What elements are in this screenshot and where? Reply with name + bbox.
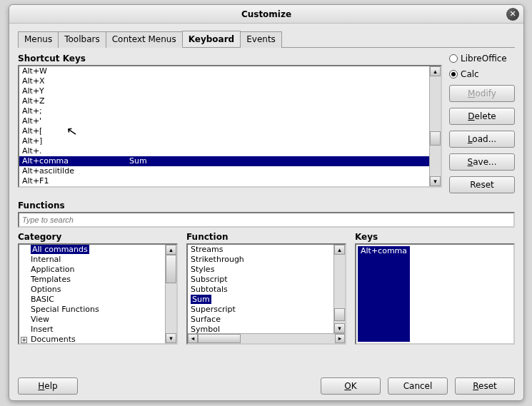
shortcut-row[interactable]: Alt+Z bbox=[19, 96, 429, 106]
category-label-text: All commands bbox=[31, 245, 89, 254]
function-label-text: Styles bbox=[191, 265, 214, 274]
scroll-down-icon[interactable]: ▾ bbox=[334, 323, 345, 333]
shortcut-key: Alt+[ bbox=[22, 126, 129, 136]
shortcut-row[interactable]: Alt+asciitilde bbox=[19, 166, 429, 176]
modify-button[interactable]: Modify bbox=[449, 85, 515, 102]
scroll-right-icon[interactable]: ▸ bbox=[335, 334, 345, 343]
keys-label: Keys bbox=[355, 232, 515, 242]
category-item[interactable]: +Documents bbox=[19, 335, 165, 343]
tab-bar: Menus Toolbars Context Menus Keyboard Ev… bbox=[18, 31, 515, 48]
function-item[interactable]: Superscript bbox=[188, 305, 333, 315]
scroll-thumb[interactable] bbox=[430, 131, 441, 146]
category-item[interactable]: View bbox=[19, 315, 165, 325]
category-item[interactable]: Application bbox=[19, 265, 165, 275]
shortcut-key: Alt+W bbox=[22, 66, 129, 76]
scroll-thumb[interactable] bbox=[166, 255, 176, 283]
category-item[interactable]: Options bbox=[19, 285, 165, 295]
function-label-text: Surface bbox=[191, 315, 221, 324]
function-label-text: Strikethrough bbox=[191, 255, 244, 264]
customize-dialog: Customize ✕ Menus Toolbars Context Menus… bbox=[9, 4, 524, 401]
scroll-down-icon[interactable]: ▾ bbox=[166, 333, 176, 343]
reset-button[interactable]: Reset bbox=[449, 176, 515, 193]
function-item[interactable]: Surface bbox=[188, 315, 333, 325]
ok-button[interactable]: OK bbox=[321, 377, 381, 395]
function-item[interactable]: Streams bbox=[188, 245, 333, 255]
search-input[interactable] bbox=[18, 212, 515, 228]
scope-calc-radio[interactable]: Calc bbox=[449, 69, 515, 79]
tab-keyboard[interactable]: Keyboard bbox=[182, 31, 241, 47]
function-label-text: Superscript bbox=[191, 305, 236, 314]
shortcut-key: Alt+X bbox=[22, 76, 129, 86]
tab-context-menus[interactable]: Context Menus bbox=[106, 31, 183, 48]
category-item[interactable]: BASIC bbox=[19, 295, 165, 305]
tab-menus[interactable]: Menus bbox=[18, 31, 59, 48]
scroll-thumb[interactable] bbox=[198, 334, 241, 343]
shortcut-key: Alt+] bbox=[22, 136, 129, 146]
function-item[interactable]: Sum bbox=[188, 295, 333, 305]
cancel-button[interactable]: Cancel bbox=[388, 377, 448, 395]
shortcut-row[interactable]: Alt+commaSum bbox=[19, 156, 429, 166]
scroll-up-icon[interactable]: ▴ bbox=[166, 245, 176, 255]
footer-reset-button[interactable]: Reset bbox=[455, 377, 515, 395]
radio-icon bbox=[449, 70, 458, 78]
scope-libreoffice-radio[interactable]: LibreOffice bbox=[449, 54, 515, 64]
function-scrollbar[interactable]: ▴ ▾ bbox=[333, 245, 345, 333]
shortcut-row[interactable]: Alt+X bbox=[19, 76, 429, 86]
shortcut-row[interactable]: Alt+[ bbox=[19, 126, 429, 136]
function-item[interactable]: Subscript bbox=[188, 275, 333, 285]
scroll-down-icon[interactable]: ▾ bbox=[430, 176, 441, 186]
tab-toolbars[interactable]: Toolbars bbox=[58, 31, 106, 48]
category-label-text: Special Functions bbox=[31, 305, 99, 314]
shortcut-key: Alt+' bbox=[22, 116, 129, 126]
scope-calc-label: Calc bbox=[461, 69, 479, 79]
function-hscrollbar[interactable]: ◂ ▸ bbox=[188, 333, 345, 343]
function-label-text: Symbol bbox=[191, 325, 220, 333]
category-label-text: Internal bbox=[31, 255, 61, 264]
scroll-up-icon[interactable]: ▴ bbox=[430, 66, 441, 76]
dialog-content: Menus Toolbars Context Menus Keyboard Ev… bbox=[9, 24, 523, 400]
close-icon[interactable]: ✕ bbox=[506, 8, 519, 21]
scroll-up-icon[interactable]: ▴ bbox=[334, 245, 345, 255]
category-item[interactable]: Templates bbox=[19, 275, 165, 285]
expand-icon[interactable]: + bbox=[21, 337, 27, 343]
function-col-label: Function bbox=[186, 232, 346, 242]
tab-events[interactable]: Events bbox=[240, 31, 282, 48]
category-item[interactable]: Internal bbox=[19, 255, 165, 265]
shortcut-keys-list[interactable]: Alt+WAlt+XAlt+YAlt+ZAlt+;Alt+'Alt+[Alt+]… bbox=[18, 65, 442, 188]
function-list[interactable]: StreamsStrikethroughStylesSubscriptSubto… bbox=[186, 243, 346, 345]
shortcut-row[interactable]: Alt+W bbox=[19, 66, 429, 76]
delete-button[interactable]: Delete bbox=[449, 108, 515, 125]
function-item[interactable]: Strikethrough bbox=[188, 255, 333, 265]
shortcut-row[interactable]: Alt+. bbox=[19, 146, 429, 156]
function-label-text: Subscript bbox=[191, 275, 228, 284]
shortcut-command: Sum bbox=[129, 156, 147, 166]
scope-libreoffice-label: LibreOffice bbox=[461, 54, 507, 64]
category-list[interactable]: All commandsInternalApplicationTemplates… bbox=[18, 243, 178, 345]
help-button[interactable]: Help bbox=[18, 377, 78, 395]
radio-icon bbox=[449, 54, 458, 63]
shortcut-row[interactable]: Alt+] bbox=[19, 136, 429, 146]
scroll-thumb[interactable] bbox=[334, 308, 345, 321]
function-label-text: Streams bbox=[191, 245, 224, 254]
shortcut-row[interactable]: Alt+F1 bbox=[19, 176, 429, 186]
category-item[interactable]: Special Functions bbox=[19, 305, 165, 315]
category-scrollbar[interactable]: ▴ ▾ bbox=[165, 245, 176, 343]
keys-list[interactable]: Alt+comma bbox=[355, 243, 515, 345]
function-label-text: Subtotals bbox=[191, 285, 228, 294]
category-item[interactable]: All commands bbox=[19, 245, 165, 255]
save-button[interactable]: Save... bbox=[449, 153, 515, 171]
assigned-key-item[interactable]: Alt+comma bbox=[358, 246, 410, 342]
scroll-left-icon[interactable]: ◂ bbox=[188, 334, 198, 343]
category-item[interactable]: Insert bbox=[19, 325, 165, 335]
shortcut-row[interactable]: Alt+' bbox=[19, 116, 429, 126]
shortcut-row[interactable]: Alt+Y bbox=[19, 86, 429, 96]
shortcut-row[interactable]: Alt+; bbox=[19, 106, 429, 116]
category-label-text: BASIC bbox=[31, 295, 54, 304]
shortcut-key: Alt+Y bbox=[22, 86, 129, 96]
shortcut-scrollbar[interactable]: ▴ ▾ bbox=[429, 66, 441, 186]
function-item[interactable]: Symbol bbox=[188, 325, 333, 333]
function-item[interactable]: Styles bbox=[188, 265, 333, 275]
category-label-text: Options bbox=[31, 285, 61, 294]
load-button[interactable]: Load... bbox=[449, 131, 515, 148]
function-item[interactable]: Subtotals bbox=[188, 285, 333, 295]
